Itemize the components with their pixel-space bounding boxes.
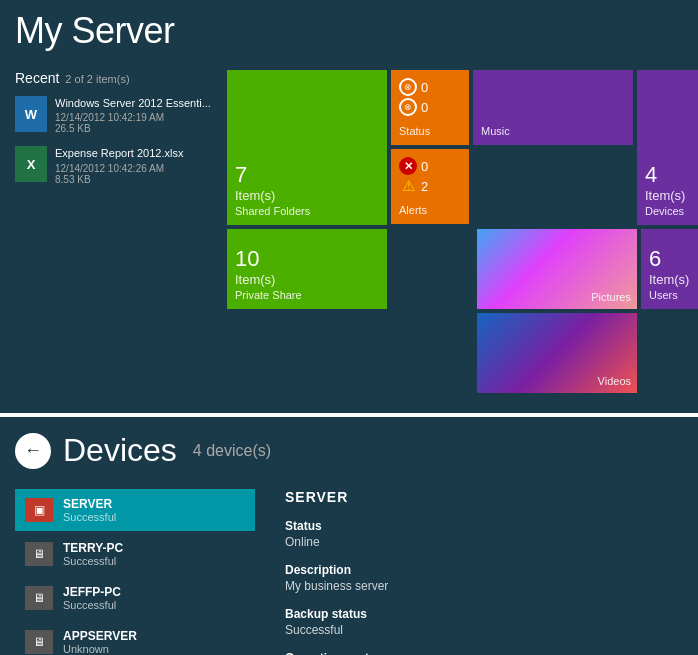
status-circle-2: ⊗ bbox=[399, 98, 417, 116]
device-info-panel: SERVER Status Online Description My busi… bbox=[285, 489, 683, 655]
tiles-area: 7 Item(s) Shared Folders ⊗ 0 bbox=[227, 70, 698, 393]
tile-videos[interactable]: Videos bbox=[477, 313, 637, 393]
info-val-backup: Successful bbox=[285, 623, 683, 637]
tile-music[interactable]: Music bbox=[473, 70, 633, 145]
file-date-1: 12/14/2012 10:42:19 AM bbox=[55, 112, 215, 123]
file-details-2: Expense Report 2012.xlsx 12/14/2012 10:4… bbox=[55, 146, 215, 184]
device-status-appserver: Unknown bbox=[63, 643, 137, 655]
tile-status[interactable]: ⊗ 0 ⊗ 0 Status bbox=[391, 70, 469, 145]
device-name-server: SERVER bbox=[63, 497, 116, 511]
device-item-appserver[interactable]: 🖥 APPSERVER Unknown bbox=[15, 621, 255, 655]
status-label: Status bbox=[399, 125, 461, 137]
status-count-1: 0 bbox=[421, 80, 428, 95]
device-status-server: Successful bbox=[63, 511, 116, 523]
recent-item-1[interactable]: W Windows Server 2012 Essenti... 12/14/2… bbox=[15, 96, 215, 134]
info-row-backup: Backup status Successful bbox=[285, 607, 683, 637]
device-status-jeffp: Successful bbox=[63, 599, 121, 611]
tile-shared-folders[interactable]: 7 Item(s) Shared Folders bbox=[227, 70, 387, 225]
device-details-server: SERVER Successful bbox=[63, 497, 116, 523]
app-title: My Server bbox=[15, 10, 683, 52]
info-key-os: Operating system bbox=[285, 651, 683, 655]
excel-file-icon: X bbox=[15, 146, 47, 182]
device-item-server[interactable]: ▣ SERVER Successful bbox=[15, 489, 255, 531]
users-label: Users bbox=[649, 289, 698, 301]
back-arrow-icon: ← bbox=[24, 440, 42, 461]
recent-section: Recent 2 of 2 item(s) W Windows Server 2… bbox=[15, 70, 215, 393]
info-key-backup: Backup status bbox=[285, 607, 683, 621]
device-name-terry: TERRY-PC bbox=[63, 541, 123, 555]
device-status-terry: Successful bbox=[63, 555, 123, 567]
info-val-description: My business server bbox=[285, 579, 683, 593]
status-icons: ⊗ 0 ⊗ 0 bbox=[399, 78, 428, 116]
info-row-description: Description My business server bbox=[285, 563, 683, 593]
bottom-panel: ← Devices 4 device(s) ▣ SERVER Successfu… bbox=[0, 417, 698, 655]
users-count: 6 bbox=[649, 246, 698, 272]
info-key-status: Status bbox=[285, 519, 683, 533]
tile-pictures[interactable]: Pictures bbox=[477, 229, 637, 309]
device-item-terry[interactable]: 🖥 TERRY-PC Successful bbox=[15, 533, 255, 575]
tiles-row-1: 7 Item(s) Shared Folders ⊗ 0 bbox=[227, 70, 698, 225]
recent-item-2[interactable]: X Expense Report 2012.xlsx 12/14/2012 10… bbox=[15, 146, 215, 184]
recent-header: Recent 2 of 2 item(s) bbox=[15, 70, 215, 86]
file-date-2: 12/14/2012 10:42:26 AM bbox=[55, 163, 215, 174]
device-details-jeffp: JEFFP-PC Successful bbox=[63, 585, 121, 611]
file-name-2: Expense Report 2012.xlsx bbox=[55, 146, 215, 160]
back-button[interactable]: ← bbox=[15, 433, 51, 469]
file-name-1: Windows Server 2012 Essenti... bbox=[55, 96, 215, 110]
status-circle-1: ⊗ bbox=[399, 78, 417, 96]
spacer bbox=[391, 229, 473, 309]
info-row-os: Operating system Windows Server 2012 Ess… bbox=[285, 651, 683, 655]
device-item-jeffp[interactable]: 🖥 JEFFP-PC Successful bbox=[15, 577, 255, 619]
devices-label: Devices bbox=[645, 205, 698, 217]
content-area: Recent 2 of 2 item(s) W Windows Server 2… bbox=[15, 70, 683, 393]
file-details-1: Windows Server 2012 Essenti... 12/14/201… bbox=[55, 96, 215, 134]
device-list: ▣ SERVER Successful 🖥 TERRY-PC Successfu… bbox=[15, 489, 255, 655]
info-key-description: Description bbox=[285, 563, 683, 577]
tile-alerts[interactable]: ✕ 0 ⚠ 2 Alerts bbox=[391, 149, 469, 224]
device-details-appserver: APPSERVER Unknown bbox=[63, 629, 137, 655]
shared-folders-count-label: Item(s) bbox=[235, 188, 379, 203]
file-size-1: 26.5 KB bbox=[55, 123, 215, 134]
pc-icon-appserver: 🖥 bbox=[25, 630, 53, 654]
alerts-label: Alerts bbox=[399, 204, 461, 216]
private-share-count: 10 bbox=[235, 246, 379, 272]
spacer4 bbox=[641, 313, 698, 393]
top-panel: My Server Recent 2 of 2 item(s) W Window… bbox=[0, 0, 698, 413]
tiles-row-3: Videos bbox=[227, 313, 698, 393]
recent-label: Recent bbox=[15, 70, 59, 86]
device-info-title: SERVER bbox=[285, 489, 683, 505]
private-share-label: Private Share bbox=[235, 289, 379, 301]
devices-content: ▣ SERVER Successful 🖥 TERRY-PC Successfu… bbox=[15, 489, 683, 655]
recent-count: 2 of 2 item(s) bbox=[65, 73, 129, 85]
devices-count: 4 device(s) bbox=[193, 442, 271, 460]
devices-header: ← Devices 4 device(s) bbox=[15, 432, 683, 469]
spacer2 bbox=[227, 313, 387, 393]
pc-icon-terry: 🖥 bbox=[25, 542, 53, 566]
device-details-terry: TERRY-PC Successful bbox=[63, 541, 123, 567]
info-val-status: Online bbox=[285, 535, 683, 549]
users-count-label: Item(s) bbox=[649, 272, 698, 287]
tile-users[interactable]: 6 Item(s) Users bbox=[641, 229, 698, 309]
shared-folders-label: Shared Folders bbox=[235, 205, 379, 217]
alert-icons: ✕ 0 ⚠ 2 bbox=[399, 157, 428, 195]
music-label: Music bbox=[481, 125, 625, 137]
status-count-2: 0 bbox=[421, 100, 428, 115]
device-name-jeffp: JEFFP-PC bbox=[63, 585, 121, 599]
devices-title: Devices bbox=[63, 432, 177, 469]
word-file-icon: W bbox=[15, 96, 47, 132]
info-row-status: Status Online bbox=[285, 519, 683, 549]
tile-private-share[interactable]: 10 Item(s) Private Share bbox=[227, 229, 387, 309]
pictures-label: Pictures bbox=[585, 285, 637, 309]
tile-devices[interactable]: 4 Item(s) Devices bbox=[637, 70, 698, 225]
shared-folders-count: 7 bbox=[235, 162, 379, 188]
server-icon: ▣ bbox=[25, 498, 53, 522]
spacer3 bbox=[391, 313, 473, 393]
devices-count: 4 bbox=[645, 162, 698, 188]
file-size-2: 8.53 KB bbox=[55, 174, 215, 185]
pc-icon-jeffp: 🖥 bbox=[25, 586, 53, 610]
alert-count-2: 2 bbox=[421, 179, 428, 194]
device-name-appserver: APPSERVER bbox=[63, 629, 137, 643]
private-share-count-label: Item(s) bbox=[235, 272, 379, 287]
videos-label: Videos bbox=[592, 369, 637, 393]
alert-x-icon: ✕ bbox=[399, 157, 417, 175]
